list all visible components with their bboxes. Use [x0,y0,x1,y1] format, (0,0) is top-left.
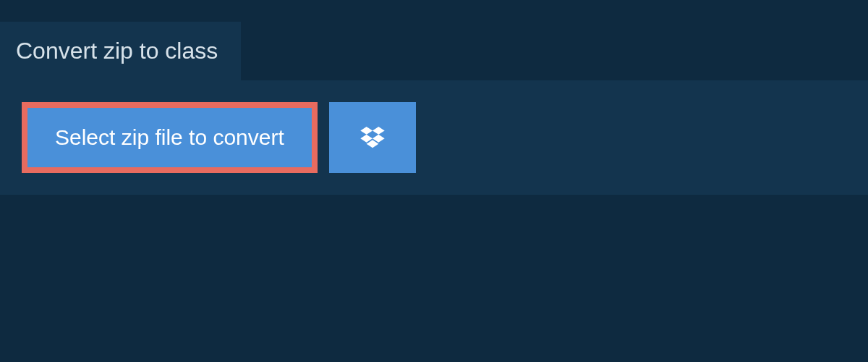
upload-panel: Select zip file to convert [0,80,868,195]
tab-convert[interactable]: Convert zip to class [0,22,241,80]
svg-marker-1 [373,127,385,135]
select-file-highlight: Select zip file to convert [22,102,318,173]
dropbox-icon [358,123,387,152]
select-file-button[interactable]: Select zip file to convert [27,108,312,167]
dropbox-button[interactable] [329,102,416,173]
svg-marker-0 [360,127,373,135]
